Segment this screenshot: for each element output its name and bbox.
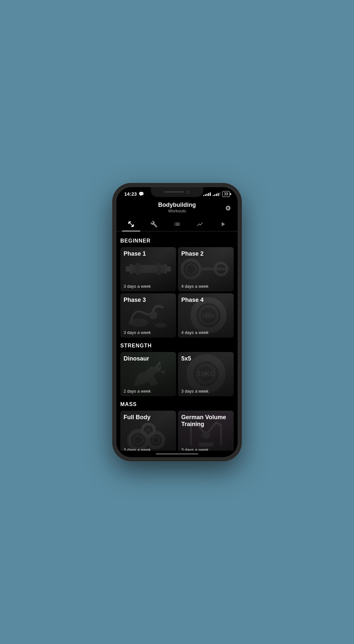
phone-shell: 14:23 💬 <box>113 184 241 460</box>
front-camera <box>187 190 190 194</box>
card-phase3[interactable]: Phase 3 3 days a week <box>120 293 176 338</box>
card-content-full-body: Full Body 3 days a week <box>120 411 176 451</box>
tab-chart[interactable] <box>188 217 211 231</box>
card-subtitle-dino: 2 days a week <box>124 389 173 394</box>
strength-grid: Dinosaur 2 days a week 10KG <box>120 352 234 396</box>
status-right: 39 <box>203 191 230 197</box>
card-subtitle-phase2: 4 days a week <box>181 284 230 289</box>
card-content-5x5: 5x5 3 days a week <box>178 352 234 396</box>
mass-grid: Full Body 3 days a week <box>120 411 234 451</box>
card-subtitle-gvt: 3 days a week <box>181 447 230 451</box>
tab-tools[interactable] <box>143 217 166 231</box>
card-subtitle-phase1: 3 days a week <box>124 284 173 289</box>
card-dinosaur[interactable]: Dinosaur 2 days a week <box>120 352 176 396</box>
battery-indicator: 39 <box>222 191 230 197</box>
notch <box>151 187 203 197</box>
header-title: Bodybuilding Workouts <box>158 202 196 213</box>
screen: 14:23 💬 <box>116 187 238 457</box>
section-label-mass: MASS <box>120 401 234 407</box>
time-text: 14:23 <box>124 191 137 197</box>
beginner-grid: Phase 1 3 days a week <box>120 247 234 338</box>
home-indicator <box>116 451 238 457</box>
signal-bars-2 <box>213 192 220 196</box>
home-bar <box>156 453 198 455</box>
card-phase2[interactable]: Phase 2 4 days a week <box>178 247 234 291</box>
chart-icon <box>196 221 204 228</box>
status-time: 14:23 💬 <box>124 191 144 197</box>
card-title-phase3: Phase 3 <box>124 297 173 303</box>
card-title-phase1: Phase 1 <box>124 250 173 257</box>
card-content-dino: Dinosaur 2 days a week <box>120 352 176 396</box>
card-5x5[interactable]: 10KG 5x5 3 days a week <box>178 352 234 396</box>
app-title: Bodybuilding <box>158 202 196 208</box>
card-subtitle-5x5: 3 days a week <box>181 389 230 394</box>
card-content-phase3: Phase 3 3 days a week <box>120 293 176 338</box>
app-header: Bodybuilding Workouts ⚙ <box>116 199 238 217</box>
tab-store[interactable] <box>211 217 234 231</box>
tab-workout[interactable] <box>120 217 143 231</box>
card-phase1[interactable]: Phase 1 3 days a week <box>120 247 176 291</box>
section-label-strength: STRENGTH <box>120 343 234 349</box>
workout-icon <box>128 221 135 228</box>
settings-button[interactable]: ⚙ <box>225 204 231 212</box>
card-content-phase1: Phase 1 3 days a week <box>120 247 176 291</box>
speaker <box>164 191 184 193</box>
card-title-dino: Dinosaur <box>124 355 173 362</box>
card-gvt[interactable]: German Volume Training 3 days a week <box>178 411 234 451</box>
card-title-full-body: Full Body <box>124 414 173 421</box>
card-title-phase4: Phase 4 <box>181 297 230 303</box>
whatsapp-icon: 💬 <box>139 191 144 196</box>
card-content-phase2: Phase 2 4 days a week <box>178 247 234 291</box>
card-title-gvt: German Volume Training <box>181 414 230 428</box>
signal-bars-1 <box>203 192 211 196</box>
card-subtitle-full-body: 3 days a week <box>124 447 173 451</box>
content-scroll[interactable]: BEGINNER <box>116 231 238 451</box>
card-subtitle-phase3: 3 days a week <box>124 330 173 335</box>
section-label-beginner: BEGINNER <box>120 238 234 244</box>
list-icon <box>173 221 181 228</box>
card-phase4[interactable]: 10KG Phase 4 4 days a week <box>178 293 234 338</box>
app-subtitle: Workouts <box>158 208 196 213</box>
card-title-5x5: 5x5 <box>181 355 230 362</box>
tools-icon <box>150 221 158 228</box>
card-subtitle-phase4: 4 days a week <box>181 330 230 335</box>
store-icon <box>219 221 226 228</box>
card-full-body[interactable]: Full Body 3 days a week <box>120 411 176 451</box>
card-content-phase4: Phase 4 4 days a week <box>178 293 234 338</box>
tab-bar <box>116 217 238 231</box>
tab-list[interactable] <box>166 217 188 231</box>
card-title-phase2: Phase 2 <box>181 250 230 257</box>
card-content-gvt: German Volume Training 3 days a week <box>178 411 234 451</box>
